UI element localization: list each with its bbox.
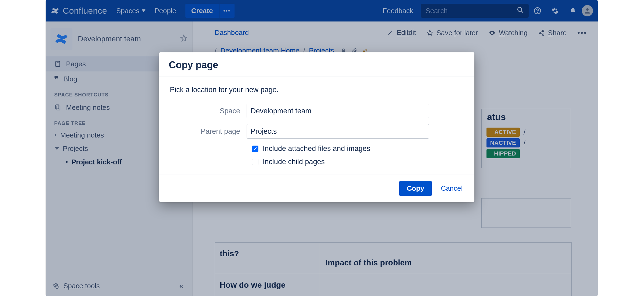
svg-marker-14 xyxy=(427,30,433,35)
nav-spaces-label: Spaces xyxy=(116,7,140,15)
dialog-body: Pick a location for your new page. Space… xyxy=(159,77,474,175)
chevron-down-icon xyxy=(55,147,59,150)
table-cell: Impact of this problem xyxy=(320,243,571,274)
global-header: Confluence Spaces People Create ••• Feed… xyxy=(46,0,598,21)
include-children-checkbox[interactable] xyxy=(252,159,258,165)
pencil-icon xyxy=(387,30,393,36)
more-actions-button[interactable]: ••• xyxy=(577,29,587,37)
search-icon xyxy=(517,6,524,15)
copy-icon xyxy=(54,104,61,111)
tree-label: Project kick-off xyxy=(71,158,122,166)
page-icon xyxy=(54,60,61,67)
table-cell xyxy=(320,274,571,296)
status-panel: atus ACTIVE / NACTIVE / HIPPED xyxy=(481,109,571,168)
side-panel-box xyxy=(481,198,571,228)
svg-point-0 xyxy=(518,7,522,11)
help-icon xyxy=(534,7,541,15)
dialog-title: Copy page xyxy=(159,52,474,77)
svg-point-3 xyxy=(537,12,538,13)
bullet-icon xyxy=(55,134,56,136)
dialog-footer: Copy Cancel xyxy=(159,175,474,202)
content-table: this? Impact of this problem How do we j… xyxy=(215,242,572,296)
notifications-button[interactable] xyxy=(564,0,582,21)
svg-rect-12 xyxy=(342,50,345,52)
svg-rect-10 xyxy=(57,106,60,110)
star-icon xyxy=(180,34,188,42)
edit-label: Edit xyxy=(397,28,409,37)
space-name[interactable]: Development team xyxy=(78,35,175,43)
space-input[interactable] xyxy=(247,104,429,118)
help-button[interactable] xyxy=(529,0,546,21)
dialog-instruction: Pick a location for your new page. xyxy=(170,86,464,94)
page-toolbar: Editdit Save for later Watching Share ••… xyxy=(387,28,587,37)
include-attachments-checkbox[interactable] xyxy=(252,146,258,152)
svg-point-13 xyxy=(363,50,365,52)
svg-rect-9 xyxy=(56,105,59,109)
star-icon xyxy=(427,30,433,36)
breadcrumb-dashboard[interactable]: Dashboard xyxy=(215,28,249,37)
edit-button[interactable]: Editdit xyxy=(387,28,416,37)
svg-point-11 xyxy=(56,285,57,287)
share-button[interactable]: Share xyxy=(538,29,566,37)
include-attachments-label: Include attached files and images xyxy=(263,145,370,153)
copy-page-dialog: Copy page Pick a location for your new p… xyxy=(159,52,474,202)
create-button[interactable]: Create xyxy=(185,4,219,18)
nav-people-label: People xyxy=(155,7,176,15)
save-label: Save for later xyxy=(436,29,478,37)
breadcrumbs: Dashboard / Development team Home / Proj… xyxy=(215,21,598,55)
watching-button[interactable]: Watching xyxy=(489,29,528,37)
confluence-space-icon xyxy=(54,31,69,46)
create-label: Create xyxy=(191,7,213,15)
status-active-badge: ACTIVE xyxy=(486,128,520,137)
create-more-button[interactable]: ••• xyxy=(219,4,235,18)
watching-label: Watching xyxy=(499,29,528,37)
chevron-down-icon xyxy=(142,9,145,12)
svg-point-16 xyxy=(539,32,541,34)
svg-marker-5 xyxy=(181,35,187,41)
sidebar-shortcut-label: Meeting notes xyxy=(66,103,110,112)
svg-point-15 xyxy=(542,30,544,32)
ellipsis-icon: ••• xyxy=(223,8,230,14)
status-inactive-badge: NACTIVE xyxy=(486,138,520,147)
svg-line-1 xyxy=(521,11,523,13)
space-header: Development team xyxy=(46,21,192,56)
nav-feedback[interactable]: Feedback xyxy=(383,7,413,15)
gear-icon xyxy=(551,7,559,15)
copy-button[interactable]: Copy xyxy=(399,181,432,196)
quote-icon: ❞ xyxy=(54,74,58,84)
tree-label: Projects xyxy=(63,145,88,153)
search-placeholder: Search xyxy=(426,7,448,15)
share-icon xyxy=(538,30,545,36)
svg-line-18 xyxy=(541,31,543,33)
svg-line-19 xyxy=(541,33,543,34)
eye-icon xyxy=(489,29,496,36)
space-logo xyxy=(50,28,72,50)
settings-button[interactable] xyxy=(546,0,564,21)
collapse-sidebar-button[interactable]: « xyxy=(180,282,185,290)
space-tools-link[interactable]: Space tools xyxy=(63,282,100,290)
bell-icon xyxy=(569,7,576,14)
person-icon xyxy=(584,7,591,15)
table-cell-text: Impact of this problem xyxy=(325,258,412,267)
sidebar-blog-label: Blog xyxy=(63,75,77,83)
nav-spaces[interactable]: Spaces xyxy=(116,7,145,15)
sidebar-pages-label: Pages xyxy=(66,60,86,68)
bullet-icon xyxy=(66,161,68,163)
status-shipped-badge: HIPPED xyxy=(486,149,520,158)
nav-people[interactable]: People xyxy=(155,7,176,15)
tree-label: Meeting notes xyxy=(60,131,104,139)
feedback-label: Feedback xyxy=(383,7,413,15)
favorite-star-button[interactable] xyxy=(180,34,188,44)
parent-page-input[interactable] xyxy=(247,124,429,139)
search-input[interactable]: Search xyxy=(421,4,529,18)
svg-point-17 xyxy=(542,34,544,35)
svg-point-4 xyxy=(586,8,588,11)
confluence-icon xyxy=(50,6,60,15)
profile-avatar[interactable] xyxy=(582,5,593,16)
space-field-label: Space xyxy=(170,107,240,115)
confluence-logo[interactable]: Confluence xyxy=(50,6,107,16)
share-label: Share xyxy=(548,29,566,37)
save-later-button[interactable]: Save for later xyxy=(427,29,478,37)
cancel-button[interactable]: Cancel xyxy=(440,181,464,196)
table-cell: How do we judge xyxy=(215,274,320,296)
